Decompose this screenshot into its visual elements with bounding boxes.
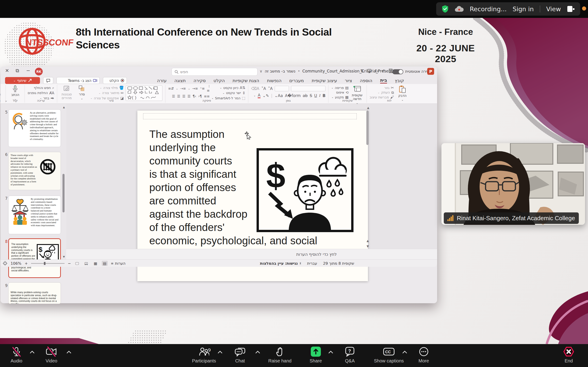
zoom-slider[interactable] (31, 263, 65, 264)
tab-insert[interactable]: הוספה (360, 78, 372, 83)
shape-fill-button[interactable]: 🪣מילוי צורה⌄ (90, 85, 124, 90)
updown-icon[interactable]: ⇅ (360, 68, 364, 73)
share-chevron[interactable] (328, 350, 334, 354)
collapse-ribbon-icon[interactable]: ⌄ (5, 98, 8, 102)
video-button[interactable]: Video (45, 346, 57, 364)
participants-button[interactable]: 9 Participants (192, 346, 216, 364)
chat-button[interactable]: Chat (235, 346, 245, 364)
video-options-chevron[interactable] (66, 350, 72, 354)
font-color-button[interactable]: A (258, 93, 260, 98)
replace-fonts-button[interactable]: ȺAהחלפת גופנים (27, 91, 54, 95)
slide-thumbnail-8-selected[interactable]: The assumption underlying the community … (8, 238, 61, 278)
tab-draw[interactable]: ציור (345, 78, 352, 83)
change-case-button[interactable]: Aa⌄ (275, 93, 283, 98)
tab-review[interactable]: סקירה (193, 78, 206, 83)
avatar[interactable]: RK (35, 68, 43, 75)
slide-sorter-view-icon[interactable]: ▦ (93, 261, 99, 266)
close-icon[interactable]: ✕ (5, 68, 9, 73)
reading-view-icon[interactable]: 🕮 (83, 261, 89, 266)
audio-options-chevron[interactable] (29, 350, 35, 354)
align-left-button[interactable]: ☰ (182, 94, 185, 98)
shape-gallery[interactable]: A }{ (126, 85, 162, 101)
text-direction-button[interactable]: ⇅Aכיוון טקסט⌄ (212, 85, 245, 90)
tab-record[interactable]: הקלט (214, 78, 225, 83)
notes-toggle-button[interactable]: הערות≡ (111, 261, 126, 266)
present-icon[interactable] (367, 69, 372, 73)
quick-styles-button[interactable]: סגנונות מהירים (60, 85, 73, 100)
slide-thumbnail-9[interactable]: While many problem-solving courts specia… (8, 282, 61, 304)
end-meeting-button[interactable]: End (563, 346, 574, 364)
sensitivity-button[interactable]: רגישות⌄ (0, 85, 3, 100)
line-spacing-button[interactable]: ⇵≡ (168, 86, 174, 91)
previous-slide-button[interactable]: ▲ (365, 238, 370, 243)
record-button[interactable]: הקלט (103, 77, 127, 84)
bullets-button[interactable]: ⁝≡ (207, 84, 210, 93)
bold-button[interactable]: B (322, 93, 326, 98)
normal-view-icon[interactable]: ▤ (102, 261, 108, 266)
strikethrough-button[interactable]: S (310, 93, 312, 98)
arrange-button[interactable]: סדר⌄ (75, 85, 88, 100)
slide-thumbnail-5[interactable]: As an alternative, problem-solving-court… (8, 109, 61, 147)
slideshow-view-icon[interactable]: 🖵 (74, 261, 80, 266)
captions-button[interactable]: CC Show captions (374, 346, 404, 364)
fit-slide-icon[interactable] (3, 261, 7, 266)
grow-font-button[interactable]: A˄ (268, 86, 273, 91)
financial-distress-illustration[interactable]: $ (257, 148, 354, 232)
font-name-select[interactable] (291, 86, 326, 91)
title-placeholder[interactable] (143, 113, 357, 119)
tab-view[interactable]: תצוגה (174, 78, 186, 83)
raise-hand-button[interactable]: Raise hand (268, 346, 292, 364)
layout-button[interactable]: ▤פריסה⌄ (331, 85, 349, 90)
restore-icon[interactable]: ⧉ (16, 68, 19, 73)
chat-chevron[interactable] (255, 350, 260, 354)
present-in-teams-button[interactable]: הצג ב- Teams (57, 77, 100, 84)
language-indicator[interactable]: עברית (307, 261, 317, 266)
share-button[interactable]: Share (310, 346, 322, 364)
zoom-out-icon[interactable]: − (68, 261, 71, 266)
notes-pane[interactable]: לחץ כדי להוסיף הערות (66, 249, 437, 259)
indent-less-button[interactable]: ≡⇢ (180, 86, 186, 91)
align-center-button[interactable]: ☰ (177, 94, 180, 98)
indent-more-button[interactable]: ≡→ (192, 86, 198, 91)
pres video-tile-presenter[interactable]: Rinat Kitai-Sangero, Zefat Academic Coll… (441, 143, 585, 225)
shape-outline-button[interactable]: ✏מיתאר צורה⌄ (90, 91, 124, 95)
redo-icon[interactable]: ↻ (375, 68, 379, 73)
audio-button[interactable]: Audio (10, 346, 22, 364)
find-replace-button[interactable]: ⌕חפש והחלף (27, 85, 54, 90)
captions-chevron[interactable] (402, 350, 407, 354)
align-text-button[interactable]: ⇕ישר טקסט⌄ (212, 91, 245, 95)
dictate-button[interactable]: הכתב⌄ (9, 85, 22, 101)
slide-thumbnail-7[interactable]: By promoting rehabilitation and communit… (8, 196, 61, 234)
undo-icon[interactable]: ↶ (382, 68, 385, 73)
tab-transitions[interactable]: מעברים (289, 78, 304, 83)
tab-design[interactable]: עיצוב שקופית (312, 78, 337, 83)
ltr-button[interactable]: ¶‹ (198, 94, 202, 98)
more-button[interactable]: More (418, 346, 429, 364)
thumb-scroll-up-icon[interactable]: ▲ (63, 106, 65, 109)
align-right-button[interactable]: ☰ (172, 94, 175, 98)
participants-chevron[interactable] (217, 350, 223, 354)
accessibility-checker[interactable]: 🯅 נגישות: עיין בהמלצות (260, 261, 301, 266)
shrink-font-button[interactable]: A˅ (261, 86, 266, 91)
autosave-toggle[interactable] (392, 69, 403, 74)
search-input[interactable]: חפש (172, 68, 258, 76)
qa-button[interactable]: ? Q&A (345, 346, 355, 364)
italic-button[interactable]: I (319, 93, 321, 98)
font-size-select[interactable] (275, 86, 289, 91)
numbering-button[interactable]: ≡⁺ (200, 86, 205, 91)
tab-animations[interactable]: הנפשות (267, 78, 282, 83)
slide-thumbnail-6[interactable]: These courts align with broader trend of… (8, 152, 61, 190)
rtl-button[interactable]: ›¶ (193, 94, 196, 98)
highlight-button[interactable]: ✎⌄ (262, 93, 269, 98)
zoom-in-icon[interactable]: + (25, 261, 28, 266)
comment-button[interactable] (43, 77, 53, 84)
underline-button[interactable]: U (314, 93, 317, 98)
double-strike-button[interactable]: ab (303, 93, 308, 98)
minimize-icon[interactable]: − (26, 68, 30, 73)
cut-button[interactable]: ✂גזור (370, 85, 394, 90)
next-slide-button[interactable]: ▼ (365, 244, 370, 249)
columns-button[interactable]: ≡≡ (204, 94, 210, 98)
view-button[interactable]: View (546, 6, 561, 13)
zoom-slider-thumb[interactable] (44, 262, 45, 265)
thumbnail-scrollbar[interactable] (62, 174, 65, 212)
